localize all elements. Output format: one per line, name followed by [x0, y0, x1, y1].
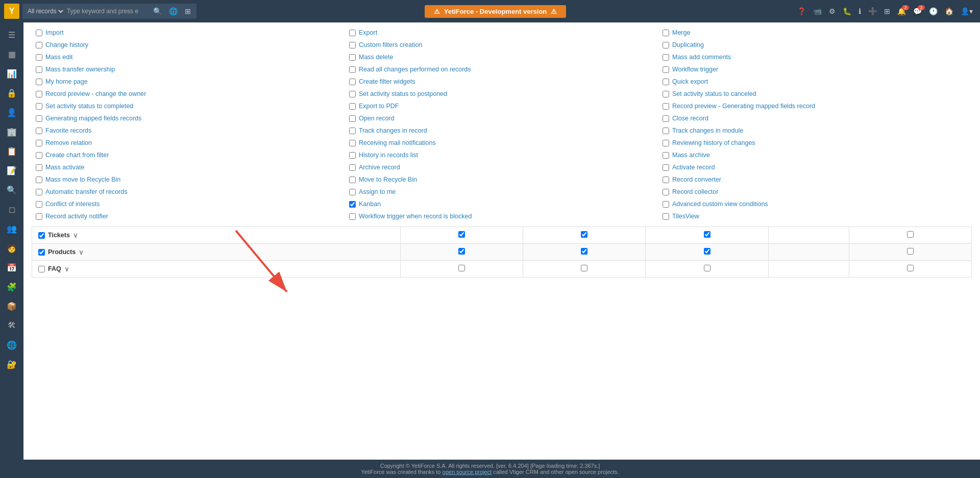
perm-checkbox[interactable] [349, 128, 356, 134]
module-perm-checkbox[interactable] [458, 248, 465, 255]
perm-label[interactable]: Record preview - change the owner [45, 90, 146, 97]
perm-label[interactable]: Conflict of interests [45, 200, 100, 208]
perm-label[interactable]: Import [45, 29, 63, 36]
module-expand-btn[interactable]: ∨ [64, 265, 69, 273]
module-main-checkbox[interactable] [38, 232, 45, 239]
globe-icon[interactable]: 🌐 [166, 5, 180, 17]
perm-label[interactable]: Mass edit [45, 54, 73, 61]
sidebar-item-box[interactable]: ◻ [3, 200, 21, 218]
perm-label[interactable]: Kanban [359, 200, 381, 208]
perm-label[interactable]: Read all changes performed on records [359, 66, 471, 73]
perm-checkbox[interactable] [663, 164, 669, 171]
perm-checkbox[interactable] [36, 128, 42, 134]
perm-label[interactable]: Mass add comments [672, 54, 731, 61]
perm-label[interactable]: Open record [359, 115, 394, 122]
perm-checkbox[interactable] [349, 115, 356, 122]
sidebar-item-calendar[interactable]: 📅 [3, 258, 21, 276]
perm-checkbox[interactable] [663, 91, 669, 97]
sidebar-item-globe[interactable]: 🌐 [3, 336, 21, 354]
perm-checkbox[interactable] [663, 128, 669, 134]
perm-label[interactable]: Generating mapped fields records [45, 115, 141, 122]
perm-checkbox[interactable] [349, 140, 356, 146]
search-bar[interactable]: All records 🔍 🌐 ⊞ [22, 4, 197, 19]
perm-label[interactable]: Duplicating [672, 41, 704, 48]
bell-icon[interactable]: 🔔2 [894, 5, 909, 17]
perm-label[interactable]: Mass delete [359, 54, 393, 61]
module-perm-checkbox[interactable] [458, 231, 465, 238]
perm-label[interactable]: Archive record [359, 164, 400, 171]
perm-checkbox[interactable] [36, 91, 42, 97]
settings-icon[interactable]: ⚙ [826, 5, 839, 17]
perm-checkbox[interactable] [36, 115, 42, 122]
module-perm-checkbox[interactable] [581, 248, 587, 255]
grid-icon[interactable]: ⊞ [182, 5, 193, 17]
perm-label[interactable]: Export [359, 29, 377, 36]
sidebar-item-list[interactable]: 📋 [3, 142, 21, 160]
perm-checkbox[interactable] [349, 79, 356, 85]
perm-checkbox[interactable] [349, 66, 356, 73]
module-perm-checkbox[interactable] [581, 231, 587, 238]
video-icon[interactable]: 📹 [810, 5, 825, 17]
perm-checkbox[interactable] [663, 42, 669, 48]
module-perm-checkbox[interactable] [907, 231, 914, 238]
sidebar-item-reports[interactable]: 📊 [3, 64, 21, 83]
perm-label[interactable]: Change history [45, 41, 88, 48]
logo[interactable]: Y [4, 4, 19, 19]
perm-checkbox[interactable] [349, 177, 356, 183]
sidebar-item-menu[interactable]: ☰ [3, 26, 21, 44]
perm-label[interactable]: TilesView [672, 213, 699, 220]
perm-label[interactable]: Advanced custom view conditions [672, 200, 768, 208]
module-perm-checkbox[interactable] [581, 265, 587, 271]
perm-checkbox[interactable] [663, 54, 669, 61]
perm-label[interactable]: Mass activate [45, 164, 84, 171]
perm-label[interactable]: Record collector [672, 188, 718, 195]
perm-label[interactable]: Track changes in module [672, 127, 743, 134]
perm-checkbox[interactable] [36, 140, 42, 146]
perm-checkbox[interactable] [349, 201, 356, 208]
sidebar-item-person[interactable]: 🧑 [3, 239, 21, 257]
perm-label[interactable]: Activate record [672, 164, 715, 171]
perm-label[interactable]: Mass move to Recycle Bin [45, 176, 120, 183]
user-menu-icon[interactable]: 👤▾ [958, 5, 976, 17]
perm-label[interactable]: Track changes in record [359, 127, 427, 134]
sidebar-item-products[interactable]: 📦 [3, 297, 21, 315]
footer-link[interactable]: open source project [443, 469, 492, 475]
apps-icon[interactable]: ⊞ [881, 5, 893, 17]
perm-checkbox[interactable] [349, 30, 356, 36]
search-scope-select[interactable]: All records [26, 7, 65, 15]
sidebar-item-search2[interactable]: 🔍 [3, 181, 21, 199]
sidebar-item-contacts[interactable]: 👤 [3, 103, 21, 121]
perm-checkbox[interactable] [36, 213, 42, 220]
perm-label[interactable]: Create filter widgets [359, 78, 415, 85]
perm-label[interactable]: Workflow trigger when record is blocked [359, 213, 472, 220]
perm-label[interactable]: Reviewing history of changes [672, 139, 755, 146]
perm-label[interactable]: History in records list [359, 152, 418, 159]
module-perm-checkbox[interactable] [704, 231, 710, 238]
module-perm-checkbox[interactable] [458, 265, 465, 271]
perm-label[interactable]: Record activity notifier [45, 213, 108, 220]
perm-label[interactable]: Workflow trigger [672, 66, 718, 73]
help-icon[interactable]: ❓ [794, 5, 809, 17]
perm-checkbox[interactable] [663, 66, 669, 73]
perm-checkbox[interactable] [663, 201, 669, 208]
module-perm-checkbox[interactable] [704, 248, 710, 255]
sidebar-item-security[interactable]: 🔒 [3, 84, 21, 102]
perm-checkbox[interactable] [663, 79, 669, 85]
perm-label[interactable]: Export to PDF [359, 103, 399, 110]
chat-icon[interactable]: 💬2 [910, 5, 925, 17]
perm-checkbox[interactable] [663, 103, 669, 110]
search-icon[interactable]: 🔍 [151, 5, 164, 17]
perm-checkbox[interactable] [663, 30, 669, 36]
perm-label[interactable]: Assign to me [359, 188, 396, 195]
perm-label[interactable]: My home page [45, 78, 88, 85]
perm-label[interactable]: Remove relation [45, 139, 92, 146]
perm-checkbox[interactable] [36, 152, 42, 159]
perm-label[interactable]: Set activity status to canceled [672, 90, 756, 97]
perm-checkbox[interactable] [36, 54, 42, 61]
perm-checkbox[interactable] [349, 189, 356, 195]
perm-checkbox[interactable] [663, 140, 669, 146]
perm-checkbox[interactable] [36, 177, 42, 183]
perm-checkbox[interactable] [349, 91, 356, 97]
module-perm-checkbox[interactable] [704, 265, 710, 271]
perm-label[interactable]: Quick export [672, 78, 708, 85]
